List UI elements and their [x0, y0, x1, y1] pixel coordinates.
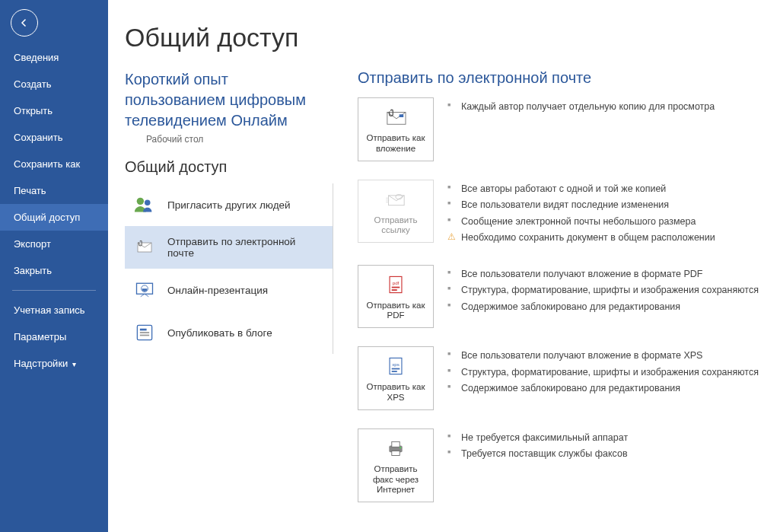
svg-rect-20: [392, 371, 397, 372]
share-option-label: Опубликовать в блоге: [167, 327, 272, 339]
send-as-attachment-button[interactable]: Отправить как вложение: [358, 97, 434, 161]
email-attachment-icon: [383, 106, 409, 129]
sidebar-item-saveas[interactable]: Сохранить как: [0, 151, 108, 177]
option-bullets: Каждый автор получает отдельную копию дл…: [447, 97, 765, 116]
share-option-blog[interactable]: Опубликовать в блоге: [125, 311, 333, 354]
email-option-link: Отправить ссылку Все авторы работают с о…: [358, 180, 765, 247]
document-title: Короткий опыт пользованием цифровым теле…: [125, 69, 333, 131]
svg-rect-19: [392, 368, 400, 370]
sidebar-separator: [12, 290, 96, 291]
pdf-icon: pdf: [383, 273, 409, 296]
button-label: Отправить факс через Интернет: [363, 464, 428, 495]
sidebar-item-label: Надстройки: [14, 358, 68, 369]
bullet-warning: Необходимо сохранить документ в общем ра…: [447, 230, 765, 247]
back-arrow-icon: [18, 16, 31, 30]
button-label: Отправить как XPS: [363, 382, 428, 403]
sidebar-item-export[interactable]: Экспорт: [0, 231, 108, 257]
bullet-item: Все пользователи видят последние изменен…: [447, 197, 765, 214]
share-option-label: Онлайн-презентация: [167, 285, 268, 296]
svg-text:xps: xps: [392, 362, 400, 367]
bullet-item: Сообщение электронной почты небольшого р…: [447, 214, 765, 231]
svg-rect-23: [392, 451, 400, 455]
sidebar-item-addins[interactable]: Надстройки ▾: [0, 350, 108, 377]
xps-icon: xps: [383, 355, 409, 377]
sidebar-item-options[interactable]: Параметры: [0, 323, 108, 350]
share-section-header: Общий доступ: [125, 158, 333, 176]
share-option-invite[interactable]: Пригласить других людей: [125, 183, 333, 226]
share-option-label: Пригласить других людей: [167, 199, 291, 211]
fax-printer-icon: [383, 437, 409, 460]
doc-title-line: Короткий опыт: [125, 71, 228, 88]
chevron-down-icon: ▾: [70, 360, 76, 368]
button-label: Отправить как вложение: [363, 133, 428, 155]
doc-title-line: телевидением Онлайм: [125, 112, 288, 129]
page-title: Общий доступ: [125, 23, 780, 53]
option-bullets: Не требуется факсимильный аппарат Требуе…: [447, 428, 765, 463]
option-bullets: Все пользователи получают вложение в фор…: [447, 346, 765, 397]
share-option-email[interactable]: Отправить по электронной почте: [125, 226, 333, 269]
sidebar-item-save[interactable]: Сохранить: [0, 124, 108, 151]
people-icon: [132, 193, 157, 217]
bullet-item: Не требуется факсимильный аппарат: [447, 430, 765, 447]
email-attachment-icon: [132, 235, 157, 260]
svg-point-24: [400, 447, 401, 448]
option-bullets: Все авторы работают с одной и той же коп…: [447, 180, 765, 247]
bullet-item: Содержимое заблокировано для редактирова…: [447, 299, 765, 316]
sidebar-item-close[interactable]: Закрыть: [0, 257, 108, 284]
link-mail-icon: [383, 188, 409, 211]
button-label: Отправить ссылку: [363, 215, 428, 237]
button-label: Отправить как PDF: [363, 301, 428, 322]
bullet-item: Каждый автор получает отдельную копию дл…: [447, 99, 765, 116]
bullet-item: Содержимое заблокировано для редактирова…: [447, 381, 765, 397]
option-bullets: Все пользователи получают вложение в фор…: [447, 265, 765, 316]
share-option-present[interactable]: Онлайн-презентация: [125, 269, 333, 311]
svg-rect-15: [392, 286, 400, 288]
sidebar-item-open[interactable]: Открыть: [0, 97, 108, 124]
svg-point-0: [137, 198, 144, 205]
send-link-button: Отправить ссылку: [358, 180, 434, 244]
bullet-item: Все пользователи получают вложение в фор…: [447, 266, 765, 283]
svg-text:pdf: pdf: [393, 280, 400, 285]
sidebar-item-account[interactable]: Учетная запись: [0, 297, 108, 323]
email-option-attachment: Отправить как вложение Каждый автор полу…: [358, 97, 765, 161]
send-as-xps-button[interactable]: xps Отправить как XPS: [358, 346, 434, 410]
presentation-icon: [132, 278, 157, 302]
svg-rect-7: [140, 332, 149, 333]
share-option-label: Отправить по электронной почте: [167, 236, 325, 259]
sidebar-item-info[interactable]: Сведения: [0, 44, 108, 71]
email-option-xps: xps Отправить как XPS Все пользователи п…: [358, 346, 765, 410]
sidebar-item-new[interactable]: Создать: [0, 71, 108, 97]
sidebar-item-print[interactable]: Печать: [0, 177, 108, 204]
sidebar-item-share[interactable]: Общий доступ: [0, 204, 108, 231]
svg-rect-8: [140, 335, 149, 336]
svg-rect-16: [392, 289, 397, 291]
email-section-title: Отправить по электронной почте: [358, 69, 765, 87]
right-column: Отправить по электронной почте Отправить…: [358, 69, 780, 521]
document-location: Рабочий стол: [146, 134, 333, 145]
bullet-item: Структура, форматирование, шрифты и изоб…: [447, 365, 765, 381]
backstage-sidebar: Сведения Создать Открыть Сохранить Сохра…: [0, 0, 108, 532]
svg-point-1: [145, 199, 151, 205]
left-column: Короткий опыт пользованием цифровым теле…: [125, 69, 333, 521]
email-option-pdf: pdf Отправить как PDF Все пользователи п…: [358, 265, 765, 329]
svg-rect-10: [400, 114, 404, 117]
share-option-list: Пригласить других людей Отправить по эле…: [125, 183, 333, 354]
blog-icon: [132, 320, 157, 345]
bullet-item: Требуется поставщик службы факсов: [447, 446, 765, 463]
send-as-pdf-button[interactable]: pdf Отправить как PDF: [358, 265, 434, 329]
email-option-fax: Отправить факс через Интернет Не требует…: [358, 428, 765, 502]
main-panel: Общий доступ Короткий опыт пользованием …: [108, 0, 780, 532]
bullet-item: Все авторы работают с одной и той же коп…: [447, 181, 765, 198]
send-internet-fax-button[interactable]: Отправить факс через Интернет: [358, 428, 434, 502]
svg-rect-22: [392, 441, 400, 447]
doc-title-line: пользованием цифровым: [125, 91, 306, 108]
bullet-item: Структура, форматирование, шрифты и изоб…: [447, 282, 765, 299]
svg-rect-6: [140, 329, 147, 331]
bullet-item: Все пользователи получают вложение в фор…: [447, 348, 765, 365]
back-button[interactable]: [11, 9, 38, 37]
